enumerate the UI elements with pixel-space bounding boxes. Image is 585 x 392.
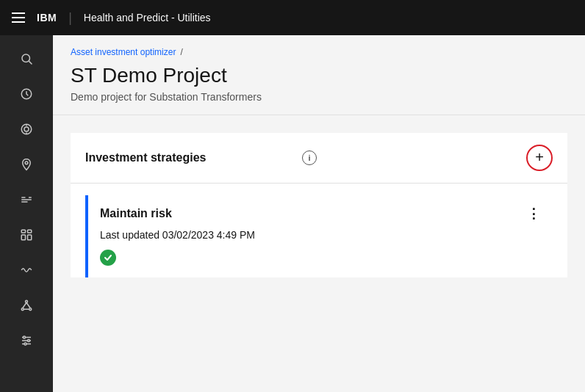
- page-title: ST Demo Project: [71, 63, 567, 88]
- sidebar: [0, 35, 53, 392]
- svg-point-26: [28, 340, 30, 342]
- wave-icon: [19, 263, 34, 277]
- hamburger-menu-button[interactable]: [12, 12, 25, 23]
- sidebar-item-dashboard[interactable]: [0, 217, 53, 253]
- history-icon: [19, 87, 34, 101]
- sidebar-item-location[interactable]: [0, 147, 53, 182]
- sidebar-item-performance[interactable]: [0, 112, 53, 147]
- svg-point-4: [24, 127, 29, 131]
- strategy-menu-button[interactable]: ⋮: [527, 207, 541, 220]
- svg-point-0: [22, 54, 30, 62]
- svg-line-20: [26, 302, 30, 308]
- breadcrumb-separator: /: [180, 47, 182, 57]
- strategy-card: Maintain risk ⋮ Last updated 03/02/2023 …: [85, 195, 553, 277]
- svg-point-25: [24, 336, 26, 338]
- dashboard-icon: [19, 228, 34, 242]
- layout: Asset investment optimizer / ST Demo Pro…: [0, 35, 585, 392]
- strategy-status: [100, 250, 541, 266]
- svg-rect-12: [21, 230, 25, 233]
- sidebar-item-metrics[interactable]: [0, 182, 53, 217]
- svg-point-16: [26, 300, 28, 302]
- breadcrumb-link[interactable]: Asset investment optimizer: [71, 47, 176, 57]
- sidebar-item-curve[interactable]: [0, 253, 53, 288]
- sidebar-item-history[interactable]: [0, 76, 53, 112]
- search-icon: [19, 51, 34, 66]
- info-icon[interactable]: i: [302, 150, 317, 165]
- strategies-header: Investment strategies i +: [71, 133, 567, 184]
- content-area: Investment strategies i + Maintain risk …: [53, 115, 585, 307]
- target-icon: [19, 122, 34, 137]
- svg-point-7: [25, 161, 28, 164]
- sidebar-item-settings[interactable]: [0, 323, 53, 358]
- strategy-card-header: Maintain risk ⋮: [100, 207, 541, 220]
- strategies-title: Investment strategies: [85, 151, 295, 164]
- svg-point-17: [21, 308, 24, 311]
- network-icon: [19, 298, 34, 313]
- main-content: Asset investment optimizer / ST Demo Pro…: [53, 35, 585, 392]
- svg-line-19: [23, 302, 26, 308]
- svg-point-27: [24, 343, 26, 345]
- svg-line-1: [29, 61, 32, 64]
- navbar: IBM | Health and Predict - Utilities: [0, 0, 585, 35]
- metrics-icon: [19, 192, 34, 207]
- svg-rect-13: [28, 230, 32, 233]
- sidebar-item-search[interactable]: [0, 41, 53, 76]
- location-icon: [19, 157, 34, 172]
- navbar-divider: |: [68, 10, 72, 26]
- sliders-icon: [19, 333, 34, 348]
- add-strategy-button[interactable]: +: [526, 145, 553, 171]
- breadcrumb: Asset investment optimizer /: [71, 47, 567, 57]
- status-check-icon: [100, 250, 116, 266]
- page-header: Asset investment optimizer / ST Demo Pro…: [53, 35, 585, 115]
- investment-strategies-section: Investment strategies i + Maintain risk …: [71, 133, 567, 277]
- svg-rect-14: [21, 235, 25, 240]
- brand-logo: IBM: [37, 12, 57, 23]
- svg-point-18: [29, 308, 32, 311]
- svg-rect-15: [28, 235, 32, 240]
- navbar-app-title: Health and Predict - Utilities: [84, 12, 211, 23]
- strategy-name: Maintain risk: [100, 207, 172, 220]
- strategy-last-updated: Last updated 03/02/2023 4:49 PM: [100, 229, 541, 241]
- page-subtitle: Demo project for Substation Transformers: [71, 91, 567, 103]
- sidebar-item-network[interactable]: [0, 288, 53, 323]
